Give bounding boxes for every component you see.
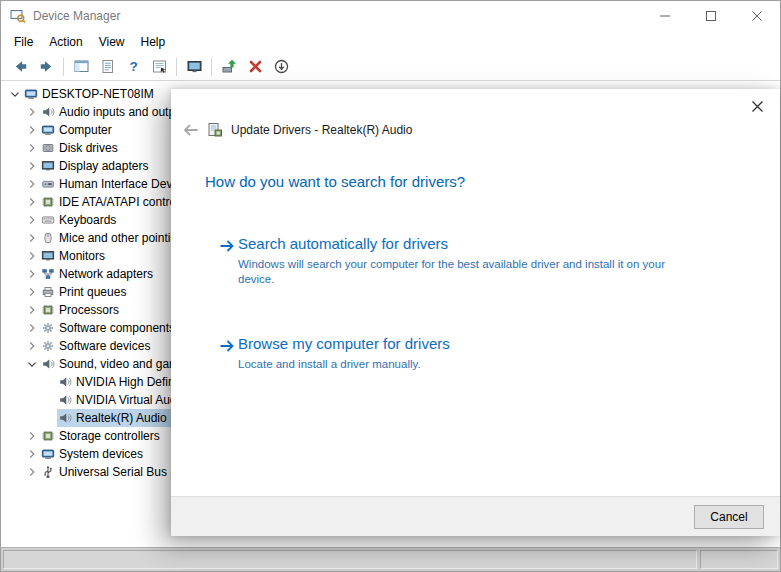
tree-item-content[interactable]: Software devices [40,337,159,355]
computer-icon [40,446,56,462]
tree-item-content[interactable]: DESKTOP-NET08IM [23,85,163,103]
tree-item-content[interactable]: System devices [40,445,152,463]
speaker-icon [57,392,73,408]
uninstall-device-icon[interactable] [242,55,268,79]
chip-icon [40,428,56,444]
chip-icon [40,302,56,318]
back-icon[interactable] [7,55,33,79]
chevron-right-icon[interactable] [24,302,40,318]
menu-view[interactable]: View [91,32,133,52]
display-icon [40,158,56,174]
menu-help[interactable]: Help [133,32,174,52]
tree-item-label: Display adapters [56,158,151,174]
chevron-spacer [41,410,57,426]
usb-icon [40,464,56,480]
svg-text:?: ? [129,59,137,74]
dialog-back-icon[interactable] [181,121,199,139]
chevron-right-icon[interactable] [24,104,40,120]
monitor-icon [40,248,56,264]
chevron-right-icon[interactable] [24,158,40,174]
maximize-icon [706,9,716,24]
tree-item-content[interactable]: Processors [40,301,128,319]
chevron-down-icon[interactable] [7,86,23,102]
chevron-right-icon[interactable] [24,320,40,336]
option-search-automatically[interactable]: Search automatically for drivers Windows… [217,235,678,287]
chevron-right-icon[interactable] [24,212,40,228]
option-label: Browse my computer for drivers [238,335,450,353]
chevron-right-icon[interactable] [24,140,40,156]
chevron-right-icon[interactable] [24,122,40,138]
printer-icon [40,284,56,300]
hid-icon [40,176,56,192]
chevron-right-icon[interactable] [24,266,40,282]
chevron-right-icon[interactable] [24,194,40,210]
tree-item-content[interactable]: Display adapters [40,157,157,175]
menu-action[interactable]: Action [41,32,90,52]
dialog-close-button[interactable] [746,97,768,119]
tree-item-label: DESKTOP-NET08IM [39,86,157,102]
option-browse-computer[interactable]: Browse my computer for drivers Locate an… [217,335,450,372]
chevron-right-icon[interactable] [24,446,40,462]
chevron-right-icon[interactable] [24,176,40,192]
tree-item-content[interactable]: Network adapters [40,265,162,283]
toolbar-separator [63,58,64,76]
statusbar [1,547,780,571]
option-description: Locate and install a driver manually. [238,357,450,372]
tree-item-content[interactable]: Print queues [40,283,135,301]
export-list-icon[interactable] [94,55,120,79]
chevron-spacer [41,392,57,408]
statusbar-side-section [700,550,778,569]
chevron-right-icon[interactable] [24,248,40,264]
device-window-icon[interactable] [181,55,207,79]
chevron-right-icon[interactable] [24,428,40,444]
toolbar: ? [1,53,780,81]
scan-hardware-changes-icon[interactable] [268,55,294,79]
tree-item-label: Disk drives [56,140,121,156]
tree-item-label: Print queues [56,284,129,300]
tree-item-selected[interactable]: Realtek(R) Audio [57,409,176,427]
update-driver-icon[interactable] [216,55,242,79]
show-console-tree-icon[interactable] [68,55,94,79]
tree-item-label: Monitors [56,248,108,264]
computer-icon [23,86,39,102]
tree-item-content[interactable]: Computer [40,121,121,139]
chevron-spacer [41,374,57,390]
tree-item-content[interactable]: Software components [40,319,184,337]
window-controls [642,1,780,31]
cancel-button[interactable]: Cancel [694,505,764,529]
tree-item-content[interactable]: Keyboards [40,211,125,229]
tree-item-content[interactable]: Disk drives [40,139,127,157]
gear-icon [40,320,56,336]
statusbar-main-section [3,550,697,569]
option-label: Search automatically for drivers [238,235,678,253]
chevron-down-icon[interactable] [24,356,40,372]
speaker-icon [57,374,73,390]
help-icon[interactable]: ? [120,55,146,79]
arrow-right-icon [217,236,237,256]
tree-item-content[interactable]: Storage controllers [40,427,169,445]
tree-item-label: Storage controllers [56,428,163,444]
dialog-header: Update Drivers - Realtek(R) Audio [181,121,412,139]
option-body: Search automatically for drivers Windows… [238,235,678,287]
tree-item-content[interactable]: Monitors [40,247,114,265]
tree-item-label: Keyboards [56,212,119,228]
dialog-title: Update Drivers - Realtek(R) Audio [231,123,412,137]
chevron-right-icon[interactable] [24,284,40,300]
forward-icon[interactable] [33,55,59,79]
close-button[interactable] [734,1,780,31]
dialog-heading: How do you want to search for drivers? [205,173,465,190]
properties-icon[interactable] [146,55,172,79]
arrow-right-icon [217,336,237,356]
mouse-icon [40,230,56,246]
toolbar-separator [176,58,177,76]
device-manager-app-icon [10,8,26,24]
menu-file[interactable]: File [6,32,41,52]
update-drivers-dialog: Update Drivers - Realtek(R) Audio How do… [171,89,780,536]
chevron-right-icon[interactable] [24,230,40,246]
maximize-button[interactable] [688,1,734,31]
tree-item-label: Computer [56,122,115,138]
chevron-right-icon[interactable] [24,338,40,354]
chevron-right-icon[interactable] [24,464,40,480]
minimize-button[interactable] [642,1,688,31]
tree-item-label: Network adapters [56,266,156,282]
